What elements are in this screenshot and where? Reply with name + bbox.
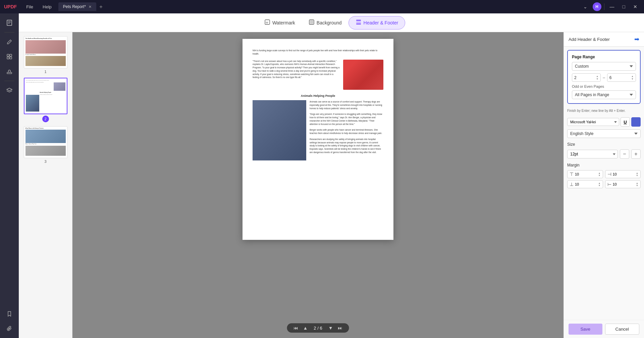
sidebar-icon-attachment[interactable]: [3, 322, 16, 335]
sidebar-icon-bookmark[interactable]: [3, 307, 16, 321]
pdf-dog-image: [343, 60, 383, 90]
pdf-two-col: "There's not one answer about how a pet …: [253, 60, 383, 90]
thumbnail-page-2[interactable]: NIH is funding large-scale surveys to fi…: [24, 78, 67, 122]
page-range-select[interactable]: Custom All Pages Odd Pages Even Pages: [572, 62, 636, 71]
margin-grid: ⊤ 10 ▲ ▼ ⊣ 10 ▲ ▼: [567, 170, 641, 188]
range-to-up[interactable]: ▲: [631, 75, 634, 77]
size-select[interactable]: 12pt: [567, 150, 618, 158]
svg-rect-14: [356, 23, 361, 24]
margin-right-field[interactable]: ⊣ 10 ▲ ▼: [605, 170, 641, 178]
range-to-arrows: ▲ ▼: [631, 75, 634, 80]
background-label: Background: [317, 20, 342, 25]
sidebar-icon-document[interactable]: [3, 16, 16, 29]
range-dash: –: [603, 75, 605, 80]
range-from-field[interactable]: 2 ▲ ▼: [572, 73, 601, 82]
top-toolbar: W Watermark Background Header & Footer: [19, 13, 644, 32]
thumb-text-1: Possible Health Effects: [25, 54, 66, 56]
margin-top-up[interactable]: ▲: [598, 172, 601, 174]
sidebar-icon-grid[interactable]: [3, 50, 16, 63]
thumb-title-1: The Health and Mood-Boosting Benefits of…: [25, 38, 66, 40]
dropdown-btn[interactable]: ⌄: [581, 4, 590, 9]
watermark-button[interactable]: W Watermark: [258, 16, 302, 29]
range-to-down[interactable]: ▼: [631, 78, 634, 80]
margin-bottom-down[interactable]: ▼: [598, 184, 601, 187]
close-button[interactable]: ✕: [631, 4, 640, 9]
font-select[interactable]: Microsoft YaHei: [567, 118, 619, 126]
pdf-page: NIH is funding large-scale surveys to fi…: [243, 39, 393, 240]
tab-area: Pets Report* ✕ ＋: [56, 2, 581, 11]
thumb-cat-image: [25, 40, 66, 54]
style-select[interactable]: English Style: [567, 129, 641, 138]
range-from-down[interactable]: ▼: [596, 78, 598, 80]
active-tab[interactable]: Pets Report* ✕: [58, 2, 96, 11]
pdf-quote2: "Dogs are very present. If someone is st…: [310, 113, 383, 126]
margin-left-field[interactable]: ⊢ 10 ▲ ▼: [605, 180, 641, 188]
file-menu[interactable]: File: [22, 3, 37, 11]
thumb-pet-img: [54, 82, 65, 91]
panel-content: Finish by Enter; new line by Alt + Enter…: [564, 107, 644, 192]
size-plus-button[interactable]: +: [631, 149, 641, 159]
size-minus-button[interactable]: −: [620, 149, 629, 159]
thumb-label-1: 1: [44, 70, 46, 74]
thumb-content-3: A Key Phase in the History of Tourism Wh…: [24, 127, 67, 158]
thumb-title-3: A Key Phase in the History of Tourism: [25, 128, 66, 129]
thumb-img-2: NIH is funding large-scale surveys to fi…: [24, 78, 67, 114]
nav-last-button[interactable]: ⏭: [336, 325, 344, 331]
app-logo: UPDF: [4, 4, 17, 9]
help-menu[interactable]: Help: [39, 3, 56, 11]
pdf-viewer: NIH is funding large-scale surveys to fi…: [72, 32, 564, 338]
cancel-button[interactable]: Cancel: [605, 324, 640, 335]
size-label: Size: [567, 142, 641, 147]
margin-bottom-up[interactable]: ▲: [598, 182, 601, 184]
margin-bottom-arrows: ▲ ▼: [598, 182, 601, 187]
page-navigation: ⏮ ▲ 2 / 6 ▼ ⏭: [287, 323, 349, 333]
margin-left-up[interactable]: ▲: [636, 182, 638, 184]
minimize-button[interactable]: —: [607, 4, 617, 9]
dog-photo: [343, 60, 383, 90]
nav-first-button[interactable]: ⏮: [292, 325, 300, 331]
font-color-button[interactable]: [631, 117, 641, 127]
range-to-field[interactable]: 6 ▲ ▼: [607, 73, 636, 82]
margin-top-field[interactable]: ⊤ 10 ▲ ▼: [567, 170, 603, 178]
sidebar-icon-layers[interactable]: [3, 84, 16, 97]
tab-close-button[interactable]: ✕: [89, 5, 92, 9]
sidebar-icon-stamp[interactable]: [3, 65, 16, 78]
header-footer-button[interactable]: Header & Footer: [348, 16, 406, 29]
underline-button[interactable]: U: [621, 117, 630, 127]
thumbnail-page-1[interactable]: The Health and Mood-Boosting Benefits of…: [24, 36, 67, 74]
page-indicator: 2 / 6: [311, 326, 325, 331]
margin-left-arrows: ▲ ▼: [636, 182, 638, 187]
pdf-intro-text: NIH is funding large-scale surveys to fi…: [253, 49, 383, 56]
odd-even-select[interactable]: All Pages in Range Odd Pages Only Even P…: [572, 90, 636, 99]
thumb-label-3: 3: [44, 159, 46, 163]
margin-right-arrows: ▲ ▼: [636, 172, 638, 177]
nav-next-button[interactable]: ▼: [327, 325, 334, 331]
margin-left-down[interactable]: ▼: [636, 184, 638, 187]
margin-right-down[interactable]: ▼: [636, 174, 638, 177]
thumb-content-1: The Health and Mood-Boosting Benefits of…: [24, 37, 67, 68]
right-panel: Add Header & Footer ➡ Page Range Custom …: [564, 32, 644, 338]
margin-right-up[interactable]: ▲: [636, 172, 638, 174]
titlebar: UPDF File Help Pets Report* ✕ ＋ ⌄ H — □ …: [0, 0, 644, 13]
save-button[interactable]: Save: [569, 324, 602, 335]
background-button[interactable]: Background: [302, 16, 348, 29]
range-from-up[interactable]: ▲: [596, 75, 598, 77]
add-tab-button[interactable]: ＋: [98, 3, 104, 10]
thumbnail-page-3[interactable]: A Key Phase in the History of Tourism Wh…: [24, 126, 67, 164]
pdf-section-title: Animals Helping People: [253, 94, 383, 98]
margin-top-down[interactable]: ▼: [598, 174, 601, 177]
margin-label: Margin: [567, 163, 641, 167]
pdf-quote1: "There's not one answer about how a pet …: [253, 60, 340, 90]
svg-rect-4: [7, 54, 9, 56]
svg-rect-12: [310, 20, 313, 24]
panel-header: Add Header & Footer ➡: [564, 32, 644, 47]
margin-top-arrows: ▲ ▼: [598, 172, 601, 177]
maximize-button[interactable]: □: [620, 4, 628, 9]
sidebar-icon-edit[interactable]: [3, 35, 16, 49]
current-page[interactable]: 2: [314, 326, 316, 331]
margin-bottom-field[interactable]: ⊥ 10 ▲ ▼: [567, 180, 603, 188]
pdf-text3: Researchers are studying the safety of b…: [310, 138, 383, 154]
total-pages: 6: [320, 326, 322, 331]
nav-prev-button[interactable]: ▲: [302, 325, 309, 331]
page-range-title: Page Range: [572, 55, 636, 59]
